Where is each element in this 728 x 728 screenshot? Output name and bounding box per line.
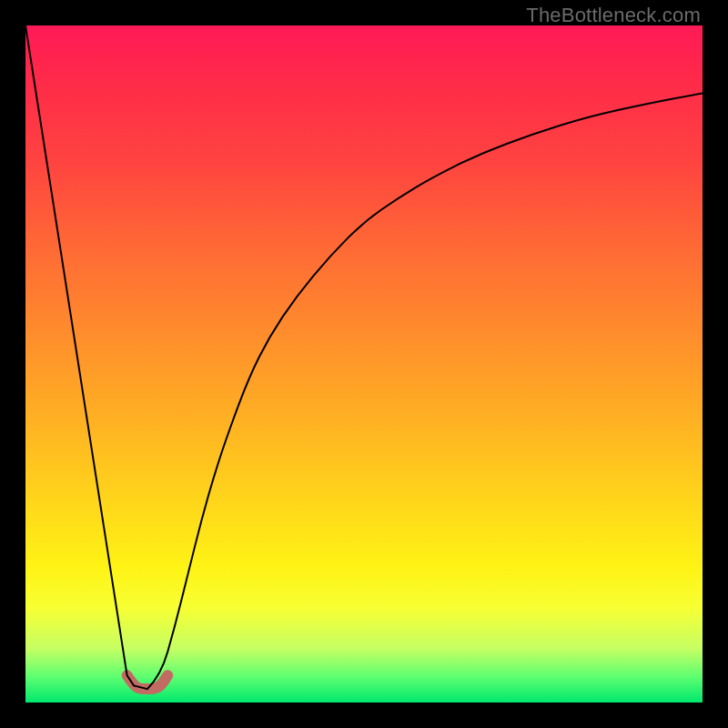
curve-right	[147, 93, 703, 689]
chart-svg	[25, 25, 703, 703]
valley-marker	[127, 675, 168, 689]
watermark-label: TheBottleneck.com	[526, 4, 701, 27]
curve-left	[25, 25, 147, 689]
chart-frame: TheBottleneck.com	[0, 0, 728, 728]
plot-area	[25, 25, 703, 703]
